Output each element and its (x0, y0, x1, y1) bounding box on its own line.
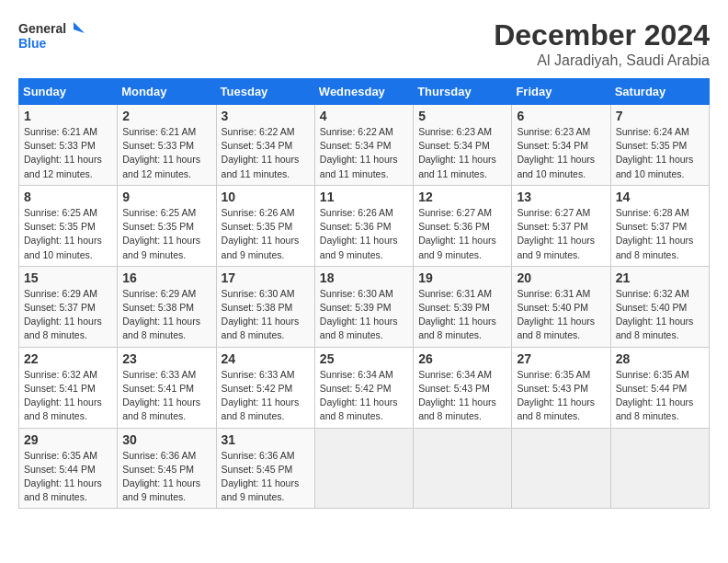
day-number: 6 (517, 109, 605, 123)
calendar-cell: 30Sunrise: 6:36 AMSunset: 5:45 PMDayligh… (118, 428, 216, 509)
day-number: 8 (24, 190, 112, 204)
day-number: 29 (24, 432, 112, 447)
day-number: 27 (517, 351, 605, 366)
day-number: 5 (418, 109, 506, 123)
day-number: 28 (616, 351, 704, 366)
day-info: Sunrise: 6:26 AMSunset: 5:36 PMDaylight:… (320, 206, 408, 262)
calendar-header-row: SundayMondayTuesdayWednesdayThursdayFrid… (19, 79, 710, 105)
calendar-table: SundayMondayTuesdayWednesdayThursdayFrid… (18, 78, 710, 509)
day-number: 19 (418, 270, 506, 285)
svg-text:General: General (18, 21, 66, 36)
calendar-cell (314, 428, 413, 509)
day-info: Sunrise: 6:30 AMSunset: 5:39 PMDaylight:… (320, 287, 408, 343)
day-number: 16 (122, 270, 210, 285)
calendar-cell: 4Sunrise: 6:22 AMSunset: 5:34 PMDaylight… (314, 105, 413, 186)
day-info: Sunrise: 6:33 AMSunset: 5:41 PMDaylight:… (122, 368, 210, 424)
logo: General Blue (18, 18, 92, 59)
calendar-cell: 3Sunrise: 6:22 AMSunset: 5:34 PMDaylight… (216, 105, 314, 186)
calendar-cell: 5Sunrise: 6:23 AMSunset: 5:34 PMDaylight… (414, 105, 512, 186)
day-number: 4 (320, 109, 408, 123)
day-info: Sunrise: 6:30 AMSunset: 5:38 PMDaylight:… (222, 287, 310, 343)
calendar-cell: 16Sunrise: 6:29 AMSunset: 5:38 PMDayligh… (118, 266, 216, 347)
day-info: Sunrise: 6:28 AMSunset: 5:37 PMDaylight:… (616, 206, 704, 262)
calendar-cell: 27Sunrise: 6:35 AMSunset: 5:43 PMDayligh… (512, 347, 610, 428)
day-number: 30 (122, 432, 210, 447)
calendar-cell: 2Sunrise: 6:21 AMSunset: 5:33 PMDaylight… (118, 105, 216, 186)
day-number: 3 (222, 109, 310, 123)
calendar-cell (610, 428, 709, 509)
day-number: 22 (24, 351, 112, 366)
calendar-week-1: 1Sunrise: 6:21 AMSunset: 5:33 PMDaylight… (19, 105, 710, 186)
day-info: Sunrise: 6:36 AMSunset: 5:45 PMDaylight:… (122, 449, 210, 505)
column-header-saturday: Saturday (610, 79, 709, 105)
column-header-wednesday: Wednesday (314, 79, 413, 105)
calendar-cell: 25Sunrise: 6:34 AMSunset: 5:42 PMDayligh… (314, 347, 413, 428)
calendar-cell: 6Sunrise: 6:23 AMSunset: 5:34 PMDaylight… (512, 105, 610, 186)
day-info: Sunrise: 6:31 AMSunset: 5:39 PMDaylight:… (418, 287, 506, 343)
calendar-cell: 11Sunrise: 6:26 AMSunset: 5:36 PMDayligh… (314, 185, 413, 266)
day-number: 12 (418, 190, 506, 204)
day-number: 1 (24, 109, 112, 123)
calendar-week-2: 8Sunrise: 6:25 AMSunset: 5:35 PMDaylight… (19, 185, 710, 266)
day-info: Sunrise: 6:34 AMSunset: 5:43 PMDaylight:… (418, 368, 506, 424)
day-info: Sunrise: 6:24 AMSunset: 5:35 PMDaylight:… (616, 125, 704, 181)
day-info: Sunrise: 6:23 AMSunset: 5:34 PMDaylight:… (418, 125, 506, 181)
day-number: 10 (222, 190, 310, 204)
column-header-thursday: Thursday (414, 79, 512, 105)
day-number: 11 (320, 190, 408, 204)
day-info: Sunrise: 6:32 AMSunset: 5:40 PMDaylight:… (616, 287, 704, 343)
day-info: Sunrise: 6:26 AMSunset: 5:35 PMDaylight:… (222, 206, 310, 262)
day-info: Sunrise: 6:35 AMSunset: 5:43 PMDaylight:… (517, 368, 605, 424)
column-header-sunday: Sunday (19, 79, 118, 105)
day-number: 7 (616, 109, 704, 123)
day-number: 18 (320, 270, 408, 285)
calendar-cell: 23Sunrise: 6:33 AMSunset: 5:41 PMDayligh… (118, 347, 216, 428)
column-header-monday: Monday (118, 79, 216, 105)
day-number: 20 (517, 270, 605, 285)
calendar-cell: 8Sunrise: 6:25 AMSunset: 5:35 PMDaylight… (19, 185, 118, 266)
day-number: 15 (24, 270, 112, 285)
calendar-cell: 14Sunrise: 6:28 AMSunset: 5:37 PMDayligh… (610, 185, 709, 266)
day-info: Sunrise: 6:29 AMSunset: 5:38 PMDaylight:… (122, 287, 210, 343)
calendar-cell: 28Sunrise: 6:35 AMSunset: 5:44 PMDayligh… (610, 347, 709, 428)
calendar-week-3: 15Sunrise: 6:29 AMSunset: 5:37 PMDayligh… (19, 266, 710, 347)
calendar-cell: 31Sunrise: 6:36 AMSunset: 5:45 PMDayligh… (216, 428, 314, 509)
calendar-cell: 12Sunrise: 6:27 AMSunset: 5:36 PMDayligh… (414, 185, 512, 266)
calendar-cell: 13Sunrise: 6:27 AMSunset: 5:37 PMDayligh… (512, 185, 610, 266)
calendar-week-4: 22Sunrise: 6:32 AMSunset: 5:41 PMDayligh… (19, 347, 710, 428)
day-info: Sunrise: 6:21 AMSunset: 5:33 PMDaylight:… (122, 125, 210, 181)
day-info: Sunrise: 6:35 AMSunset: 5:44 PMDaylight:… (24, 449, 112, 505)
calendar-cell: 17Sunrise: 6:30 AMSunset: 5:38 PMDayligh… (216, 266, 314, 347)
day-number: 25 (320, 351, 408, 366)
month-title: December 2024 (494, 18, 710, 52)
day-info: Sunrise: 6:27 AMSunset: 5:37 PMDaylight:… (517, 206, 605, 262)
day-number: 14 (616, 190, 704, 204)
calendar-cell: 19Sunrise: 6:31 AMSunset: 5:39 PMDayligh… (414, 266, 512, 347)
day-number: 13 (517, 190, 605, 204)
day-info: Sunrise: 6:22 AMSunset: 5:34 PMDaylight:… (222, 125, 310, 181)
day-info: Sunrise: 6:36 AMSunset: 5:45 PMDaylight:… (222, 449, 310, 505)
calendar-cell: 7Sunrise: 6:24 AMSunset: 5:35 PMDaylight… (610, 105, 709, 186)
day-number: 23 (122, 351, 210, 366)
calendar-cell: 24Sunrise: 6:33 AMSunset: 5:42 PMDayligh… (216, 347, 314, 428)
calendar-week-5: 29Sunrise: 6:35 AMSunset: 5:44 PMDayligh… (19, 428, 710, 509)
day-info: Sunrise: 6:25 AMSunset: 5:35 PMDaylight:… (24, 206, 112, 262)
day-info: Sunrise: 6:35 AMSunset: 5:44 PMDaylight:… (616, 368, 704, 424)
day-number: 2 (122, 109, 210, 123)
day-info: Sunrise: 6:21 AMSunset: 5:33 PMDaylight:… (24, 125, 112, 181)
page-header: General Blue December 2024 Al Jaradiyah,… (18, 18, 710, 69)
day-number: 24 (222, 351, 310, 366)
day-info: Sunrise: 6:23 AMSunset: 5:34 PMDaylight:… (517, 125, 605, 181)
day-info: Sunrise: 6:22 AMSunset: 5:34 PMDaylight:… (320, 125, 408, 181)
day-info: Sunrise: 6:31 AMSunset: 5:40 PMDaylight:… (517, 287, 605, 343)
svg-text:Blue: Blue (18, 36, 47, 51)
column-header-friday: Friday (512, 79, 610, 105)
calendar-cell: 10Sunrise: 6:26 AMSunset: 5:35 PMDayligh… (216, 185, 314, 266)
svg-marker-2 (74, 22, 85, 33)
calendar-cell: 21Sunrise: 6:32 AMSunset: 5:40 PMDayligh… (610, 266, 709, 347)
day-number: 9 (122, 190, 210, 204)
day-info: Sunrise: 6:34 AMSunset: 5:42 PMDaylight:… (320, 368, 408, 424)
calendar-cell: 20Sunrise: 6:31 AMSunset: 5:40 PMDayligh… (512, 266, 610, 347)
day-number: 31 (222, 432, 310, 447)
day-info: Sunrise: 6:29 AMSunset: 5:37 PMDaylight:… (24, 287, 112, 343)
